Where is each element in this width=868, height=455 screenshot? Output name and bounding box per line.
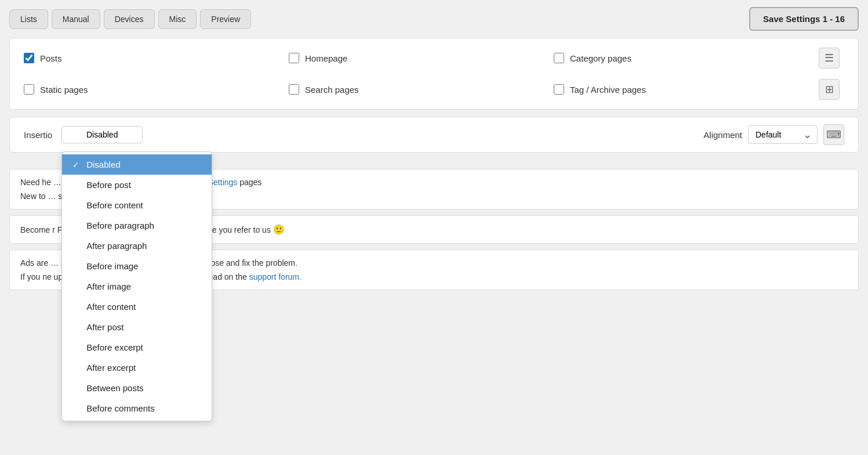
posts-label: Posts [40, 53, 62, 63]
checkbox-grid: Posts Homepage Category pages ☰ Static p… [24, 48, 844, 100]
insertion-label: Insertio [24, 130, 52, 140]
toolbar: Lists Manual Devices Misc Preview Save S… [0, 0, 868, 38]
become-text: Become [20, 225, 50, 234]
search-checkbox[interactable] [289, 84, 299, 95]
tab-devices[interactable]: Devices [104, 9, 155, 29]
tab-lists[interactable]: Lists [9, 9, 48, 29]
insertion-dropdown-wrapper: Disabled ✓ Disabled Before post Before c… [61, 126, 143, 143]
alignment-group: Alignment Default Left Center Right ⌄ ⌨ [703, 124, 844, 145]
tag-label: Tag / Archive pages [570, 85, 646, 95]
category-label: Category pages [570, 53, 631, 63]
checkbox-category: Category pages [554, 53, 819, 63]
dropdown-item-disabled[interactable]: ✓ Disabled [62, 154, 212, 175]
dropdown-item-before-paragraph[interactable]: Before paragraph [62, 215, 212, 236]
pages-text: pages [239, 178, 262, 187]
tab-preview[interactable]: Preview [200, 9, 251, 29]
posts-checkbox[interactable] [24, 53, 34, 63]
dropdown-label: Before content [86, 200, 143, 210]
dropdown-item-after-image[interactable]: After image [62, 276, 212, 297]
dropdown-label: After image [86, 281, 131, 291]
help-prefix-1: Need he [20, 178, 51, 187]
dropdown-label: Between posts [86, 383, 143, 393]
dropdown-item-before-image[interactable]: Before image [62, 256, 212, 276]
page-type-card: Posts Homepage Category pages ☰ Static p… [9, 38, 859, 110]
grid-icon-button[interactable]: ⊞ [819, 79, 840, 100]
category-checkbox[interactable] [554, 53, 564, 63]
dropdown-label: After excerpt [86, 363, 136, 373]
checkbox-static: Static pages [24, 84, 289, 95]
checkbox-homepage: Homepage [289, 53, 554, 63]
alignment-select-wrap: Default Left Center Right ⌄ [748, 125, 818, 144]
dropdown-item-between-posts[interactable]: Between posts [62, 378, 212, 398]
homepage-checkbox[interactable] [289, 53, 299, 63]
checkbox-search: Search pages [289, 84, 554, 95]
insertion-dropdown-button[interactable]: Disabled [61, 126, 143, 143]
dropdown-label: Before comments [86, 403, 155, 413]
checkbox-posts: Posts [24, 53, 289, 63]
dropdown-item-before-post[interactable]: Before post [62, 175, 212, 195]
checkbox-section: Posts Homepage Category pages ☰ Static p… [10, 38, 858, 109]
save-button[interactable]: Save Settings 1 - 16 [749, 7, 859, 31]
dropdown-label: Before excerpt [86, 342, 143, 352]
ads-middle: … [50, 258, 61, 268]
dropdown-item-before-excerpt[interactable]: Before excerpt [62, 337, 212, 358]
icon-column: ☰ [819, 48, 844, 68]
dropdown-label: Disabled [86, 160, 120, 169]
tab-misc[interactable]: Misc [158, 9, 197, 29]
tag-checkbox[interactable] [554, 84, 564, 95]
search-label: Search pages [305, 85, 359, 95]
support-prefix: If you ne [20, 272, 52, 281]
ads-prefix: Ads are [20, 258, 48, 268]
insertion-row: Insertio Disabled ✓ Disabled Before post… [10, 117, 858, 152]
dropdown-item-before-comments[interactable]: Before comments [62, 398, 212, 418]
alignment-select[interactable]: Default Left Center Right [748, 125, 818, 144]
keyboard-icon-button[interactable]: ⌨ [823, 124, 844, 145]
static-checkbox[interactable] [24, 84, 34, 95]
dropdown-label: Before paragraph [86, 221, 154, 230]
dropdown-item-after-paragraph[interactable]: After paragraph [62, 236, 212, 256]
dropdown-item-before-content[interactable]: Before content [62, 195, 212, 215]
dropdown-label: Before image [86, 261, 138, 271]
dropdown-label: After content [86, 302, 136, 312]
checkbox-tag-archive: Tag / Archive pages [554, 84, 819, 95]
alignment-label: Alignment [703, 130, 742, 140]
dropdown-item-after-post[interactable]: After post [62, 317, 212, 337]
insertion-dropdown-menu: ✓ Disabled Before post Before content Be… [61, 151, 212, 421]
dropdown-label: After post [86, 322, 124, 332]
dropdown-item-after-excerpt[interactable]: After excerpt [62, 358, 212, 378]
list-icon-button[interactable]: ☰ [819, 48, 840, 68]
static-label: Static pages [40, 85, 88, 95]
insertion-card: Insertio Disabled ✓ Disabled Before post… [9, 117, 859, 153]
dropdown-label: Before post [86, 180, 131, 190]
checkmark-icon: ✓ [72, 160, 82, 169]
dropdown-item-after-content[interactable]: After content [62, 297, 212, 317]
support-forum-link[interactable]: support forum. [249, 272, 302, 281]
tab-manual[interactable]: Manual [52, 9, 100, 29]
icon-column-2: ⊞ [819, 79, 844, 100]
smile-emoji: 🙂 [273, 225, 285, 234]
tab-group: Lists Manual Devices Misc Preview [9, 9, 251, 29]
dropdown-label: After paragraph [86, 241, 147, 251]
new-to-text: New to [20, 192, 46, 201]
homepage-label: Homepage [305, 53, 347, 63]
